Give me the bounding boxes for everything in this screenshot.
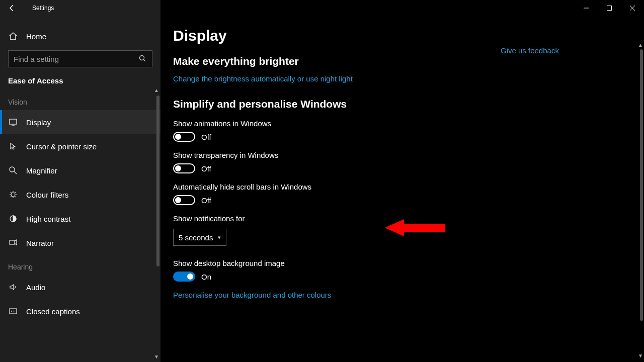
opt-scrollbars-toggle[interactable] [173, 195, 195, 205]
sidebar-item-label: Colour filters [26, 191, 68, 199]
display-icon [8, 117, 18, 127]
sidebar-scroll-down[interactable]: ▼ [153, 354, 159, 360]
sidebar-item-magnifier[interactable]: Magnifier [0, 158, 160, 183]
minimize-button[interactable] [575, 0, 598, 16]
content-scroll-up[interactable]: ▲ [637, 42, 644, 49]
sidebar: Home Ease of Access Vision Display Curso… [0, 0, 161, 362]
svg-rect-6 [10, 240, 15, 244]
chevron-down-icon: ▾ [218, 234, 221, 241]
high-contrast-icon [8, 214, 18, 224]
content-scrollbar[interactable] [640, 49, 643, 321]
closed-captions-icon [8, 306, 18, 316]
colour-filters-icon [8, 190, 18, 200]
sidebar-item-closed-captions[interactable]: Closed captions [0, 299, 160, 323]
main-content: Display Make everything brighter Change … [161, 0, 644, 362]
titlebar: Settings [0, 0, 644, 16]
svg-point-1 [140, 56, 144, 60]
opt-notifications-label: Show notifications for [173, 214, 501, 223]
opt-transparency-toggle[interactable] [173, 163, 195, 173]
sidebar-item-cursor[interactable]: Cursor & pointer size [0, 134, 160, 158]
sidebar-item-colour-filters[interactable]: Colour filters [0, 183, 160, 207]
opt-notifications-dropdown[interactable]: 5 seconds ▾ [173, 229, 226, 246]
home-button[interactable]: Home [0, 24, 160, 48]
category-label: Ease of Access [0, 73, 160, 90]
opt-scrollbars-state: Off [201, 196, 211, 205]
sidebar-item-high-contrast[interactable]: High contrast [0, 207, 160, 231]
search-input[interactable] [14, 55, 139, 63]
sidebar-item-label: Closed captions [26, 307, 80, 316]
home-icon [8, 31, 18, 41]
content-scroll-down[interactable]: ▼ [637, 353, 644, 360]
section-simplify-heading: Simplify and personalise Windows [173, 98, 501, 110]
feedback-link[interactable]: Give us feedback [501, 46, 585, 55]
opt-transparency-label: Show transparency in Windows [173, 151, 501, 159]
sidebar-item-label: Magnifier [26, 166, 57, 175]
sidebar-item-audio[interactable]: Audio [0, 275, 160, 299]
sidebar-item-label: Display [26, 118, 51, 127]
svg-point-4 [11, 193, 15, 197]
sidebar-item-label: High contrast [26, 215, 70, 223]
app-title: Settings [32, 5, 54, 12]
search-box[interactable] [8, 50, 152, 67]
sidebar-scroll-up[interactable]: ▲ [153, 87, 159, 94]
svg-rect-0 [607, 6, 612, 11]
personalise-link[interactable]: Personalise your background and other co… [173, 291, 501, 299]
sidebar-item-display[interactable]: Display [0, 110, 160, 134]
opt-desktopbg-label: Show desktop background image [173, 259, 501, 267]
opt-scrollbars-label: Automatically hide scroll bars in Window… [173, 183, 501, 191]
sidebar-item-label: Audio [26, 283, 45, 292]
group-vision-label: Vision [0, 90, 160, 110]
close-button[interactable] [621, 0, 644, 16]
opt-animations-label: Show animations in Windows [173, 119, 501, 128]
opt-animations-state: Off [201, 133, 211, 141]
sidebar-item-label: Narrator [26, 239, 54, 247]
svg-rect-7 [10, 309, 17, 314]
cursor-icon [8, 141, 18, 151]
search-icon [139, 55, 147, 63]
audio-icon [8, 282, 18, 292]
opt-notifications-value: 5 seconds [179, 233, 213, 242]
svg-point-3 [10, 167, 15, 172]
back-button[interactable] [0, 0, 24, 16]
brightness-link[interactable]: Change the brightness automatically or u… [173, 74, 501, 83]
opt-transparency-state: Off [201, 164, 211, 173]
opt-desktopbg-toggle[interactable] [173, 272, 195, 282]
opt-desktopbg-state: On [201, 273, 211, 281]
magnifier-icon [8, 165, 18, 175]
sidebar-item-narrator[interactable]: Narrator [0, 231, 160, 255]
maximize-button[interactable] [598, 0, 621, 16]
home-label: Home [26, 32, 46, 41]
opt-animations-toggle[interactable] [173, 132, 195, 142]
group-hearing-label: Hearing [0, 255, 160, 275]
section-brighter-heading: Make everything brighter [173, 55, 501, 67]
narrator-icon [8, 238, 18, 248]
sidebar-item-label: Cursor & pointer size [26, 142, 97, 151]
svg-rect-2 [10, 119, 17, 124]
page-title: Display [173, 27, 501, 44]
